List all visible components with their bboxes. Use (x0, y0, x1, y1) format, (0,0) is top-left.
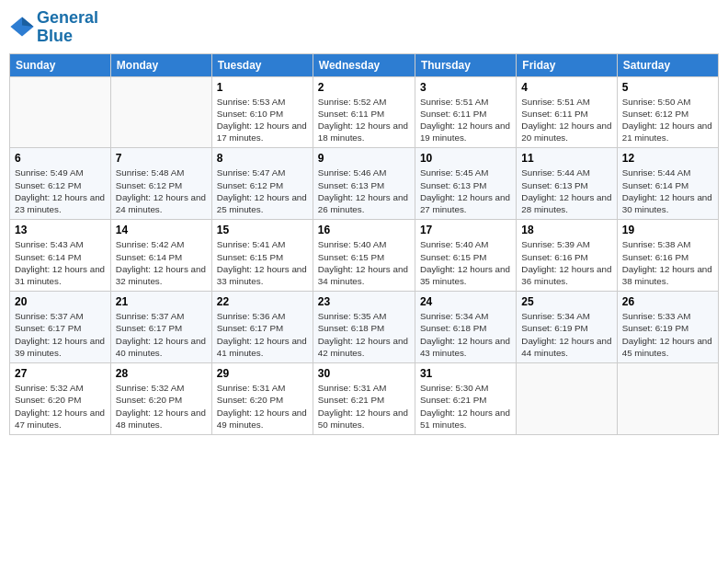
calendar-body: 1Sunrise: 5:53 AM Sunset: 6:10 PM Daylig… (10, 76, 719, 434)
calendar-header-saturday: Saturday (617, 53, 718, 76)
day-number: 3 (420, 81, 511, 94)
calendar-cell: 3Sunrise: 5:51 AM Sunset: 6:11 PM Daylig… (415, 76, 516, 148)
day-number: 7 (116, 152, 207, 165)
calendar-cell: 24Sunrise: 5:34 AM Sunset: 6:18 PM Dayli… (415, 292, 516, 363)
day-detail: Sunrise: 5:39 AM Sunset: 6:16 PM Dayligh… (521, 238, 611, 287)
calendar-header-monday: Monday (110, 53, 211, 76)
calendar-cell: 11Sunrise: 5:44 AM Sunset: 6:13 PM Dayli… (517, 148, 617, 220)
svg-marker-1 (22, 17, 34, 27)
day-detail: Sunrise: 5:52 AM Sunset: 6:11 PM Dayligh… (318, 96, 410, 144)
calendar-week-row: 1Sunrise: 5:53 AM Sunset: 6:10 PM Daylig… (10, 76, 719, 148)
calendar-header-wednesday: Wednesday (313, 53, 415, 76)
day-detail: Sunrise: 5:35 AM Sunset: 6:18 PM Dayligh… (318, 310, 410, 359)
calendar-cell: 14Sunrise: 5:42 AM Sunset: 6:14 PM Dayli… (110, 220, 211, 292)
day-detail: Sunrise: 5:34 AM Sunset: 6:18 PM Dayligh… (420, 310, 511, 359)
day-detail: Sunrise: 5:50 AM Sunset: 6:12 PM Dayligh… (622, 96, 713, 144)
calendar-cell: 9Sunrise: 5:46 AM Sunset: 6:13 PM Daylig… (313, 148, 415, 220)
day-number: 17 (420, 224, 511, 236)
calendar-cell: 8Sunrise: 5:47 AM Sunset: 6:12 PM Daylig… (211, 148, 313, 220)
day-detail: Sunrise: 5:34 AM Sunset: 6:19 PM Dayligh… (521, 310, 611, 359)
day-number: 29 (217, 367, 308, 380)
calendar-table: SundayMondayTuesdayWednesdayThursdayFrid… (9, 53, 719, 435)
day-detail: Sunrise: 5:36 AM Sunset: 6:17 PM Dayligh… (217, 310, 308, 359)
day-detail: Sunrise: 5:44 AM Sunset: 6:13 PM Dayligh… (521, 167, 611, 215)
day-detail: Sunrise: 5:33 AM Sunset: 6:19 PM Dayligh… (622, 310, 713, 359)
day-number: 24 (420, 295, 511, 308)
calendar-cell: 28Sunrise: 5:32 AM Sunset: 6:20 PM Dayli… (110, 363, 211, 435)
calendar-cell: 21Sunrise: 5:37 AM Sunset: 6:17 PM Dayli… (110, 292, 211, 363)
day-number: 20 (15, 295, 106, 308)
calendar-cell: 20Sunrise: 5:37 AM Sunset: 6:17 PM Dayli… (10, 292, 111, 363)
day-number: 4 (521, 81, 611, 94)
day-detail: Sunrise: 5:38 AM Sunset: 6:16 PM Dayligh… (622, 238, 713, 287)
calendar-cell: 1Sunrise: 5:53 AM Sunset: 6:10 PM Daylig… (211, 76, 313, 148)
day-number: 5 (622, 81, 713, 94)
day-detail: Sunrise: 5:48 AM Sunset: 6:12 PM Dayligh… (116, 167, 207, 215)
calendar-week-row: 6Sunrise: 5:49 AM Sunset: 6:12 PM Daylig… (10, 148, 719, 220)
day-detail: Sunrise: 5:46 AM Sunset: 6:13 PM Dayligh… (318, 167, 410, 215)
day-number: 12 (622, 152, 713, 165)
day-number: 21 (116, 295, 207, 308)
calendar-cell: 22Sunrise: 5:36 AM Sunset: 6:17 PM Dayli… (211, 292, 313, 363)
calendar-cell: 25Sunrise: 5:34 AM Sunset: 6:19 PM Dayli… (517, 292, 617, 363)
day-detail: Sunrise: 5:51 AM Sunset: 6:11 PM Dayligh… (521, 96, 611, 144)
calendar-cell: 13Sunrise: 5:43 AM Sunset: 6:14 PM Dayli… (10, 220, 111, 292)
day-number: 2 (318, 81, 410, 94)
day-number: 19 (622, 224, 713, 236)
day-number: 1 (217, 81, 308, 94)
calendar-cell: 26Sunrise: 5:33 AM Sunset: 6:19 PM Dayli… (617, 292, 718, 363)
calendar-week-row: 13Sunrise: 5:43 AM Sunset: 6:14 PM Dayli… (10, 220, 719, 292)
calendar-week-row: 20Sunrise: 5:37 AM Sunset: 6:17 PM Dayli… (10, 292, 719, 363)
day-detail: Sunrise: 5:31 AM Sunset: 6:20 PM Dayligh… (217, 382, 308, 431)
page-header: GeneralBlue (9, 9, 719, 46)
calendar-cell: 16Sunrise: 5:40 AM Sunset: 6:15 PM Dayli… (313, 220, 415, 292)
day-number: 11 (521, 152, 611, 165)
day-number: 22 (217, 295, 308, 308)
calendar-cell: 18Sunrise: 5:39 AM Sunset: 6:16 PM Dayli… (517, 220, 617, 292)
day-number: 13 (15, 224, 106, 236)
day-detail: Sunrise: 5:49 AM Sunset: 6:12 PM Dayligh… (15, 167, 106, 215)
day-detail: Sunrise: 5:51 AM Sunset: 6:11 PM Dayligh… (420, 96, 511, 144)
calendar-cell: 10Sunrise: 5:45 AM Sunset: 6:13 PM Dayli… (415, 148, 516, 220)
calendar-cell: 27Sunrise: 5:32 AM Sunset: 6:20 PM Dayli… (10, 363, 111, 435)
calendar-cell: 30Sunrise: 5:31 AM Sunset: 6:21 PM Dayli… (313, 363, 415, 435)
calendar-cell (110, 76, 211, 148)
day-number: 15 (217, 224, 308, 236)
day-number: 16 (318, 224, 410, 236)
calendar-cell (517, 363, 617, 435)
logo-text: GeneralBlue (37, 9, 98, 46)
calendar-cell: 19Sunrise: 5:38 AM Sunset: 6:16 PM Dayli… (617, 220, 718, 292)
day-number: 23 (318, 295, 410, 308)
day-detail: Sunrise: 5:31 AM Sunset: 6:21 PM Dayligh… (318, 382, 410, 431)
day-number: 28 (116, 367, 207, 380)
day-number: 26 (622, 295, 713, 308)
day-detail: Sunrise: 5:41 AM Sunset: 6:15 PM Dayligh… (217, 238, 308, 287)
day-detail: Sunrise: 5:37 AM Sunset: 6:17 PM Dayligh… (116, 310, 207, 359)
calendar-cell: 12Sunrise: 5:44 AM Sunset: 6:14 PM Dayli… (617, 148, 718, 220)
day-detail: Sunrise: 5:53 AM Sunset: 6:10 PM Dayligh… (217, 96, 308, 144)
calendar-cell: 29Sunrise: 5:31 AM Sunset: 6:20 PM Dayli… (211, 363, 313, 435)
day-detail: Sunrise: 5:43 AM Sunset: 6:14 PM Dayligh… (15, 238, 106, 287)
calendar-week-row: 27Sunrise: 5:32 AM Sunset: 6:20 PM Dayli… (10, 363, 719, 435)
calendar-cell: 4Sunrise: 5:51 AM Sunset: 6:11 PM Daylig… (517, 76, 617, 148)
day-detail: Sunrise: 5:42 AM Sunset: 6:14 PM Dayligh… (116, 238, 207, 287)
day-detail: Sunrise: 5:45 AM Sunset: 6:13 PM Dayligh… (420, 167, 511, 215)
calendar-header-tuesday: Tuesday (211, 53, 313, 76)
day-detail: Sunrise: 5:30 AM Sunset: 6:21 PM Dayligh… (420, 382, 511, 431)
calendar-cell: 17Sunrise: 5:40 AM Sunset: 6:15 PM Dayli… (415, 220, 516, 292)
calendar-cell: 15Sunrise: 5:41 AM Sunset: 6:15 PM Dayli… (211, 220, 313, 292)
day-number: 25 (521, 295, 611, 308)
calendar-header-friday: Friday (517, 53, 617, 76)
calendar-cell: 31Sunrise: 5:30 AM Sunset: 6:21 PM Dayli… (415, 363, 516, 435)
day-number: 6 (15, 152, 106, 165)
calendar-cell: 5Sunrise: 5:50 AM Sunset: 6:12 PM Daylig… (617, 76, 718, 148)
day-number: 10 (420, 152, 511, 165)
calendar-cell: 7Sunrise: 5:48 AM Sunset: 6:12 PM Daylig… (110, 148, 211, 220)
day-number: 18 (521, 224, 611, 236)
day-detail: Sunrise: 5:47 AM Sunset: 6:12 PM Dayligh… (217, 167, 308, 215)
calendar-header-row: SundayMondayTuesdayWednesdayThursdayFrid… (10, 53, 719, 76)
day-number: 30 (318, 367, 410, 380)
logo-icon (9, 14, 35, 40)
day-detail: Sunrise: 5:32 AM Sunset: 6:20 PM Dayligh… (15, 382, 106, 431)
day-number: 27 (15, 367, 106, 380)
